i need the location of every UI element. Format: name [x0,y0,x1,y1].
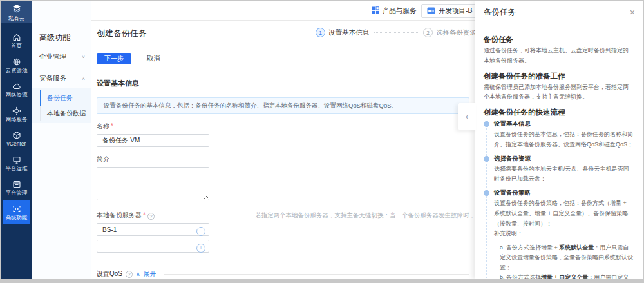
backup-server-input-2[interactable] [97,240,209,253]
required-asterisk: * [111,122,113,130]
main-content: 创建备份任务 1 设置基本信息 2 选择备份资源 3 设置备份策略 [91,21,475,279]
step-number: 2 [423,28,433,37]
substep-bold: 增量 + 自定义全量 [541,274,588,279]
sidebar-item-network-resource[interactable]: 网络资源 [3,77,30,102]
qos-expand-toggle[interactable]: 展开 [144,269,156,278]
sidebar-item-label: 网络资源 [6,92,28,98]
chevron-up-icon: ˄ [82,76,85,82]
sidebar-item-label: 网络服务 [6,117,28,122]
timeline-dot-icon [484,121,489,127]
products-services-menu[interactable]: 产品与服务 [372,1,417,21]
home-icon [12,33,21,42]
help-section-text: 需确保管理员已添加本地备份服务器到云平台，若指定两个本地备份服务器，支持主备无缝… [484,83,634,103]
wizard-step-1: 1 设置基本信息 [316,28,369,37]
submenu-item-local-backup-data[interactable]: 本地备份数据 [32,106,91,121]
description-textarea[interactable] [97,167,209,200]
scan-frame-icon [12,204,21,213]
page-titlebar: 创建备份任务 1 设置基本信息 2 选择备份资源 3 设置备份策略 [91,21,475,44]
divider [164,274,469,275]
backup-server-hint: 若指定两个本地备份服务器，支持主备无缝切换：当一个备份服务器发生故障时，备份任务… [255,211,475,220]
flow-step-title: 选择备份资源 [494,155,634,163]
flow-substeps: a. 备份方式选择增量 + 系统默认全量：用户只需自定义设置增量备份策略，全量备… [500,243,634,279]
wizard-step-2: 2 选择备份资源 [423,28,475,37]
help-icon[interactable] [126,271,133,278]
project-selector[interactable]: 开发项目-B [421,4,483,18]
sidebar-item-label: vCenter [7,141,26,147]
menu-group-label: 企业管理 [39,52,66,61]
panel-collapse-tab[interactable]: ‹ [458,103,476,130]
menu-group-label: 灾备服务 [39,74,66,83]
step-label: 选择备份资源 [436,28,475,37]
help-section-heading: 创建备份任务的快速流程 [484,108,634,117]
cloud-icon [12,82,21,91]
submenu-item-backup-task[interactable]: 备份任务 [32,90,91,106]
step-separator [374,32,418,33]
flow-step-backup-policy: 设置备份策略 设置备份任务的备份策略，包括：备份方式（增量 + 系统默认全量、增… [484,189,634,279]
close-icon[interactable]: × [630,6,635,18]
project-icon [427,7,435,15]
flow-step-select-resource: 选择备份资源 选择需要备份的本地云主机/云盘、备份云主机是否同时备份已加载云盘； [484,155,634,185]
flow-step-text-main: 设置备份任务的备份策略，包括：备份方式（增量 + 系统默认全量、增量 + 自定义… [494,200,628,227]
caret-up-icon: ∧ [136,271,140,277]
name-label: 名称* [97,122,469,131]
name-input[interactable] [97,134,209,147]
sidebar-item-label: 平台管理 [6,190,28,196]
add-server-icon[interactable]: + [196,244,205,253]
flow-substep-b: b. 备份方式选择增量 + 自定义全量：用户需自定义设置增量备份策略以及全量备份… [500,273,634,279]
grid-icon [372,6,379,15]
secondary-sidebar: 高级功能 企业管理 ˅ 灾备服务 ˄ 备份任务 本地备份数据 [32,1,91,279]
next-step-button[interactable]: 下一步 [97,53,131,64]
submenu: 备份任务 本地备份数据 [32,88,91,123]
timeline-dot-icon [484,190,489,196]
sidebar-item-vcenter[interactable]: vCenter [3,126,30,151]
sidebar-item-label: 平台运维 [6,166,28,171]
cloud-layers-logo-icon [12,4,22,15]
backup-server-input-wrap: + [97,240,209,253]
remove-server-icon[interactable]: − [196,227,205,236]
section-title: 设置基本信息 [97,79,469,88]
flow-step-text: 选择需要备份的本地云主机/云盘、备份云主机是否同时备份已加载云盘； [494,164,634,185]
help-section-heading: 创建备份任务的准备工作 [484,72,634,81]
flow-step-basic-info: 设置基本信息 设置备份任务的基本信息，包括：备份任务的名称和简介、指定本地备份服… [484,120,634,150]
flow-step-text: 设置备份任务的基本信息，包括：备份任务的名称和简介、指定本地备份服务器、设置网络… [494,130,634,150]
flow-step-note: 补充说明： [494,230,523,237]
substep-bold: 系统默认全量 [559,244,594,251]
substep-text: a. 备份方式选择增量 + [500,244,559,251]
window-list-icon [12,180,21,189]
sidebar-item-label: 高级功能 [6,215,28,220]
help-icon[interactable] [147,213,155,220]
info-alert: 设置备份任务的基本信息，包括：备份任务的名称和简介、指定本地备份服务器、设置网络… [97,97,469,114]
help-section-text: 通过备份任务，可将本地云主机、云盘定时备份到指定的本地备份服务器。 [484,46,634,66]
backup-server-input-1[interactable] [97,223,209,236]
app-window: 私有云 首页 云资源池 网络资源 网络服务 vCenter [0,0,644,283]
flow-step-title: 设置备份策略 [494,189,634,197]
timeline-dot-icon [484,156,489,162]
sidebar-item-platform-mgmt[interactable]: 平台管理 [3,175,30,200]
logo[interactable]: 私有云 [1,1,32,23]
sidebar-item-home[interactable]: 首页 [3,28,30,53]
step-number: 1 [316,28,325,37]
sidebar-item-platform-ops[interactable]: 平台运维 [3,151,30,175]
secondary-sidebar-title: 高级功能 [32,1,91,43]
cube-icon [12,131,21,140]
sidebar-item-network-service[interactable]: 网络服务 [3,102,30,126]
help-panel-title: 备份任务 [484,7,516,18]
name-label-text: 名称 [97,122,109,130]
primary-sidebar: 私有云 首页 云资源池 网络资源 网络服务 vCenter [1,1,32,279]
help-panel-body: 备份任务 通过备份任务，可将本地云主机、云盘定时备份到指定的本地备份服务器。 创… [475,24,643,279]
help-panel-header: 备份任务 × [475,1,643,24]
qos-label: 设置QoS [97,269,122,278]
sidebar-item-cloud-pool[interactable]: 云资源池 [3,53,30,77]
cancel-button[interactable]: 取消 [147,54,160,63]
menu-group-disaster-recovery[interactable]: 灾备服务 ˄ [32,70,91,87]
flow-substep-a: a. 备份方式选择增量 + 系统默认全量：用户只需自定义设置增量备份策略，全量备… [500,243,634,273]
help-section-heading: 备份任务 [484,35,634,44]
resource-pool-icon [12,57,21,66]
backup-server-input-wrap: − [97,223,209,236]
project-label: 开发项目-B [439,6,473,15]
backup-server-row: 本地备份服务器* 若指定两个本地备份服务器，支持主备无缝切换：当一个备份服务器发… [97,211,469,253]
menu-group-enterprise[interactable]: 企业管理 ˅ [32,48,91,65]
substep-text: b. 备份方式选择 [500,274,541,279]
flow-step-title: 设置基本信息 [494,120,634,128]
sidebar-item-advanced[interactable]: 高级功能 [3,200,30,224]
